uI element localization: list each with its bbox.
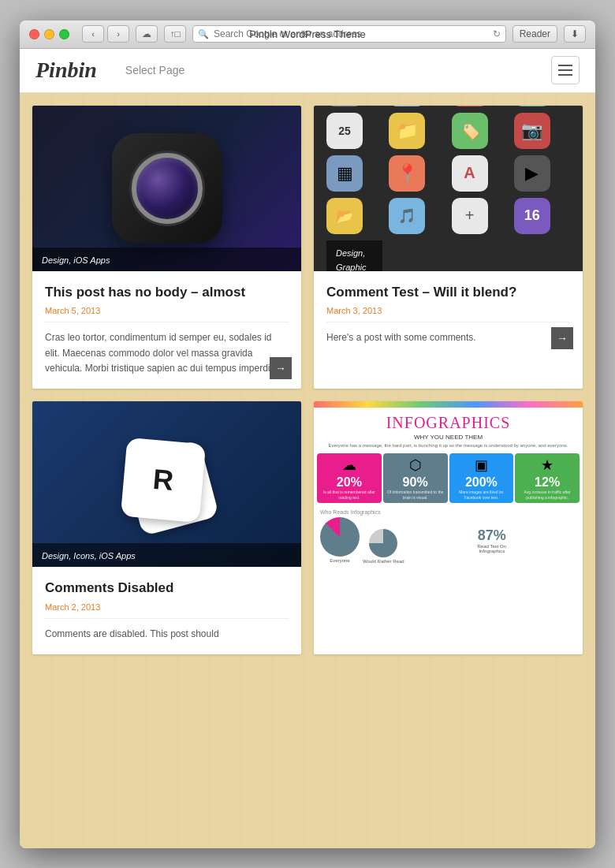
post-body-1: This post has no body – almost March 5, … [32,271,301,389]
post-body-3: Comments Disabled March 2, 2013 Comments… [32,567,301,654]
post-excerpt-2: Here's a post with some comments. [326,330,570,345]
col-link-icon: ⬡ [409,456,422,474]
traffic-lights [29,29,69,39]
app-icon-clock: 🕐 [514,106,550,106]
app-icon-folder: 📁 [389,113,425,149]
label-would-read: Would Rather Read [363,559,404,564]
app-icon-badge: 16 [514,198,550,234]
infographic-columns: ☁ 20% Is all that is remembered after re… [314,450,583,506]
infographic-stat-pct: 87% [478,527,506,544]
app-icon-notes: 📋 [326,106,363,106]
app-icon-photos: 📷 [514,113,550,149]
content-area: Design, iOS Apps This post has no body –… [20,93,595,848]
col-text-1: Is all that is remembered after reading … [319,490,380,500]
post-categories-1: Design, iOS Apps [42,255,110,265]
select-page-label[interactable]: Select Page [110,64,539,76]
app-icon-plus: + [452,198,488,234]
infographic-main-title: INFOGRAPHICS [317,414,580,432]
forward-button[interactable]: › [107,25,129,43]
maximize-button[interactable] [59,29,69,39]
post-arrow-2[interactable]: → [551,327,573,349]
refresh-button[interactable]: ↻ [493,28,501,39]
infographic-desc: Everyone has a message, the hard part, i… [317,442,580,449]
col-pct-2: 90% [403,475,428,490]
browser-window: ‹ › ☁ ↑□ 🔍 ↻ Reader ⬇ Pinbin WordPress T… [20,20,595,848]
hamburger-line-2 [558,69,572,71]
post-body-2: Comment Test – Will it blend? March 3, 2… [314,271,583,359]
infographic-col-comprehend: ☁ 20% Is all that is remembered after re… [317,453,382,503]
posts-grid: Design, iOS Apps This post has no body –… [20,93,595,668]
infographic-bottom: Who Reads Infographics Everyone Would Ra… [314,506,583,567]
app-icon-music: 🎵 [389,198,425,234]
minimize-button[interactable] [44,29,54,39]
post-image-1[interactable]: Design, iOS Apps [32,106,301,271]
post-date-1: March 5, 2013 [45,306,289,322]
post-date-2: March 3, 2013 [326,306,570,322]
col-text-4: Avg increase in traffic after publishing… [516,490,578,500]
post-card-3: S R Design, Icons, iOS Apps Comments Dis… [32,401,301,654]
infographic-title-section: INFOGRAPHICS WHY YOU NEED THEM Everyone … [314,408,583,450]
post-title-3[interactable]: Comments Disabled [45,579,289,598]
app-icon-video: ▶ [514,155,550,192]
label-infographics: Infographics [479,549,505,553]
share-button[interactable]: ↑□ [164,25,186,43]
post-categories-3: Design, Icons, iOS Apps [42,551,136,561]
browser-title: Pinbin WordPress Theme [249,28,366,40]
post-excerpt-1: Cras leo tortor, condimentum id semper e… [45,330,289,376]
infographic-bottom-row: Everyone Would Rather Read 87% Read Text… [320,516,576,564]
post-arrow-1[interactable]: → [270,357,292,379]
app-icon-tags: 🏷️ [452,113,488,149]
post-card-1: Design, iOS Apps This post has no body –… [32,106,301,389]
col-text-3: More images are liked on Facebook over t… [451,490,512,500]
reader-button[interactable]: Reader [512,25,557,43]
col-cloud-icon: ☁ [342,456,356,474]
camera-app-icon [112,133,222,244]
hamburger-line-3 [558,74,572,76]
nav-buttons: ‹ › [82,25,129,43]
back-button[interactable]: ‹ [82,25,104,43]
post-categories-2: Design, Graphic Design, Icons [336,248,367,271]
col-pct-4: 12% [535,475,560,490]
post-title-2[interactable]: Comment Test – Will it blend? [326,284,570,302]
pie-chart-everyone [320,517,360,557]
col-share-icon: ▣ [475,456,488,474]
infographic-content: INFOGRAPHICS WHY YOU NEED THEM Everyone … [314,401,583,567]
col-pct-1: 20% [337,475,362,490]
image-overlay-2: Design, Graphic Design, Icons [326,240,382,271]
post-image-4[interactable]: INFOGRAPHICS WHY YOU NEED THEM Everyone … [314,401,583,567]
camera-lens [132,153,203,224]
post-image-3[interactable]: S R Design, Icons, iOS Apps [32,401,301,567]
app-icon-folder2: 📂 [326,198,363,234]
infographic-col-connect: ⬡ 90% Of information transmitted to the … [383,453,448,503]
app-icon-text: A [452,155,488,192]
col-growth-icon: ★ [541,456,554,474]
hamburger-menu-button[interactable] [551,56,580,84]
site-logo[interactable]: Pinbin [35,58,97,83]
col-text-2: Of information transmitted to the brain … [385,490,446,500]
app-icon-mail: ✉️ [389,106,425,106]
app-icon-maps: 📍 [389,155,425,192]
image-overlay-1: Design, iOS Apps [32,248,301,271]
infographic-rainbow [314,401,583,408]
image-overlay-3: Design, Icons, iOS Apps [32,543,301,567]
post-card-4: INFOGRAPHICS WHY YOU NEED THEM Everyone … [314,401,583,654]
site-toolbar: Pinbin Select Page [20,49,595,93]
cloud-button[interactable]: ☁ [136,25,158,43]
title-bar: ‹ › ☁ ↑□ 🔍 ↻ Reader ⬇ Pinbin WordPress T… [20,20,595,49]
infographic-subtitle: WHY YOU NEED THEM [317,432,580,442]
post-card-2: 📋 ✉️ 💬 🕐 25 📁 🏷️ 📷 ▦ 📍 A ▶ 📂 [314,106,583,389]
post-image-2[interactable]: 📋 ✉️ 💬 🕐 25 📁 🏷️ 📷 ▦ 📍 A ▶ 📂 [314,106,583,271]
label-everyone: Everyone [330,558,349,563]
hamburger-line-1 [558,65,572,66]
download-button[interactable]: ⬇ [564,25,586,43]
app-icon-messages: 💬 [452,106,488,106]
post-title-1[interactable]: This post has no body – almost [45,284,289,302]
sr-icon-wrapper: S R [116,433,218,535]
col-pct-3: 200% [465,475,498,490]
sr-card-front: R [120,438,205,523]
search-icon: 🔍 [198,29,209,39]
pie-chart-read [369,529,397,557]
infographic-col-growth: ★ 12% Avg increase in traffic after publ… [515,453,580,503]
post-excerpt-3: Comments are disabled. This post should [45,627,289,642]
close-button[interactable] [29,29,39,39]
